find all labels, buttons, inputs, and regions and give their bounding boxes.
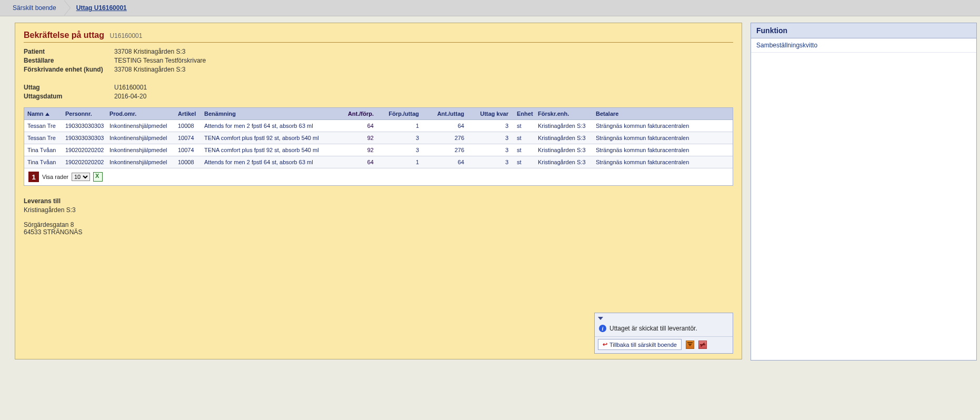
page-title-text: Bekräftelse på uttag xyxy=(24,31,104,39)
cell-betalare: Strängnäs kommun fakturacentralen xyxy=(593,156,733,168)
cell-forskr-enh: Kristinagården S:3 xyxy=(535,144,593,156)
cell-betalare: Strängnäs kommun fakturacentralen xyxy=(593,144,733,156)
back-button-label: Tillbaka till särskilt boende xyxy=(609,342,677,348)
delivery-line2: Sörgärdesgatan 8 xyxy=(24,221,733,228)
cell-prodomr: Inkontinenshjälpmedel xyxy=(106,120,175,132)
cell-forskr-enh: Kristinagården S:3 xyxy=(535,120,593,132)
value-uttag: U16160001 xyxy=(114,84,147,91)
col-forskr-enh[interactable]: Förskr.enh. xyxy=(535,108,593,119)
table-row: Tessan Tre190303030303Inkontinenshjälpme… xyxy=(24,120,733,132)
cell-forp-uttag: 3 xyxy=(377,132,422,144)
cell-ant-uttag: 64 xyxy=(422,156,467,168)
cell-forskr-enh: Kristinagården S:3 xyxy=(535,156,593,168)
cell-personnr: 190202020202 xyxy=(62,144,106,156)
label-datum: Uttagsdatum xyxy=(24,93,114,100)
cell-forp-uttag: 1 xyxy=(377,156,422,168)
col-betalare[interactable]: Betalare xyxy=(593,108,733,119)
delivery-line1: Kristinagården S:3 xyxy=(24,206,733,214)
cell-uttag-kvar: 3 xyxy=(467,144,512,156)
value-patient: 33708 Kristinagården S:3 xyxy=(114,48,185,55)
cell-ant-uttag: 64 xyxy=(422,120,467,132)
cell-prodomr: Inkontinenshjälpmedel xyxy=(106,156,175,168)
col-name[interactable]: Namn xyxy=(24,108,62,119)
label-uttag: Uttag xyxy=(24,84,114,91)
export-excel-icon[interactable] xyxy=(93,172,103,182)
cell-forp-uttag: 1 xyxy=(377,120,422,132)
cell-betalare: Strängnäs kommun fakturacentralen xyxy=(593,120,733,132)
breadcrumb-root[interactable]: Särskilt boende xyxy=(5,0,64,16)
table-header: Namn Personnr. Prod.omr. Artikel Benämni… xyxy=(24,108,733,120)
cell-benamning: Attends for men 2 fpstl 64 st, absorb 63… xyxy=(201,120,339,132)
cell-ant-forp: 64 xyxy=(339,120,377,132)
side-heading: Funktion xyxy=(751,23,976,38)
cell-artikel: 10008 xyxy=(175,120,201,132)
cell-name: Tina Tvåan xyxy=(24,156,62,168)
cell-enhet: st xyxy=(512,144,535,156)
col-prodomr[interactable]: Prod.omr. xyxy=(106,108,175,119)
side-link-sambestallningskvitto[interactable]: Sambeställningskvitto xyxy=(751,38,976,53)
action-icon-2[interactable] xyxy=(698,341,707,349)
side-panel: Funktion Sambeställningskvitto xyxy=(751,23,977,361)
value-datum: 2016-04-20 xyxy=(114,93,146,100)
rows-select[interactable]: 10 xyxy=(72,173,90,181)
cell-forskr-enh: Kristinagården S:3 xyxy=(535,132,593,144)
label-bestallare: Beställare xyxy=(24,57,114,64)
page-number[interactable]: 1 xyxy=(28,172,39,182)
items-table: Namn Personnr. Prod.omr. Artikel Benämni… xyxy=(24,107,733,186)
cell-betalare: Strängnäs kommun fakturacentralen xyxy=(593,132,733,144)
table-row: Tina Tvåan190202020202Inkontinenshjälpme… xyxy=(24,144,733,156)
col-personnr[interactable]: Personnr. xyxy=(62,108,106,119)
col-forp-uttag[interactable]: Förp./uttag xyxy=(377,108,422,119)
cell-personnr: 190303030303 xyxy=(62,120,106,132)
back-arrow-icon: ↩ xyxy=(603,341,607,348)
status-message: Uttaget är skickat till leverantör. xyxy=(609,325,697,332)
delivery-block: Leverans till Kristinagården S:3 Sörgärd… xyxy=(24,197,733,236)
cell-name: Tina Tvåan xyxy=(24,144,62,156)
label-patient: Patient xyxy=(24,48,114,55)
cell-benamning: Attends for men 2 fpstl 64 st, absorb 63… xyxy=(201,156,339,168)
delivery-heading: Leverans till xyxy=(24,197,733,205)
cell-ant-uttag: 276 xyxy=(422,132,467,144)
rows-label: Visa rader xyxy=(42,174,68,180)
status-action-box: i Uttaget är skickat till leverantör. ↩ … xyxy=(594,313,733,354)
page-code: U16160001 xyxy=(109,32,142,39)
table-row: Tina Tvåan190202020202Inkontinenshjälpme… xyxy=(24,156,733,168)
cell-artikel: 10074 xyxy=(175,144,201,156)
chevron-down-icon xyxy=(598,317,603,320)
cell-benamning: TENA comfort plus fpstl 92 st, absorb 54… xyxy=(201,144,339,156)
cell-artikel: 10008 xyxy=(175,156,201,168)
action-icon-1[interactable] xyxy=(686,341,694,349)
cell-benamning: TENA comfort plus fpstl 92 st, absorb 54… xyxy=(201,132,339,144)
col-ant-uttag[interactable]: Ant./uttag xyxy=(422,108,467,119)
col-ant-forp[interactable]: Ant./förp. xyxy=(339,108,377,119)
col-artikel[interactable]: Artikel xyxy=(175,108,201,119)
box-collapse-toggle[interactable] xyxy=(595,313,733,323)
table-footer: 1 Visa rader 10 xyxy=(24,168,733,185)
table-row: Tessan Tre190303030303Inkontinenshjälpme… xyxy=(24,132,733,144)
sort-asc-icon xyxy=(45,113,49,116)
cell-ant-forp: 64 xyxy=(339,156,377,168)
cell-personnr: 190303030303 xyxy=(62,132,106,144)
page-title: Bekräftelse på uttag U16160001 xyxy=(24,31,733,43)
value-bestallare: TESTING Tessan Testförskrivare xyxy=(114,57,206,64)
cell-enhet: st xyxy=(512,132,535,144)
breadcrumb-current[interactable]: Uttag U16160001 xyxy=(69,0,134,16)
col-enhet[interactable]: Enhet xyxy=(512,108,535,119)
cell-prodomr: Inkontinenshjälpmedel xyxy=(106,132,175,144)
cell-enhet: st xyxy=(512,156,535,168)
col-benamning[interactable]: Benämning xyxy=(201,108,339,119)
cell-artikel: 10074 xyxy=(175,132,201,144)
cell-personnr: 190202020202 xyxy=(62,156,106,168)
cell-ant-forp: 92 xyxy=(339,144,377,156)
label-kund: Förskrivande enhet (kund) xyxy=(24,66,114,73)
delivery-line3: 64533 STRÄNGNÄS xyxy=(24,228,733,236)
cell-uttag-kvar: 3 xyxy=(467,132,512,144)
cell-uttag-kvar: 3 xyxy=(467,156,512,168)
confirmation-panel: Bekräftelse på uttag U16160001 Patient33… xyxy=(15,23,742,359)
back-button[interactable]: ↩ Tillbaka till särskilt boende xyxy=(598,339,682,350)
cell-forp-uttag: 3 xyxy=(377,144,422,156)
cell-name: Tessan Tre xyxy=(24,132,62,144)
cell-prodomr: Inkontinenshjälpmedel xyxy=(106,144,175,156)
col-uttag-kvar[interactable]: Uttag kvar xyxy=(467,108,512,119)
breadcrumb: Särskilt boende Uttag U16160001 xyxy=(0,0,980,16)
